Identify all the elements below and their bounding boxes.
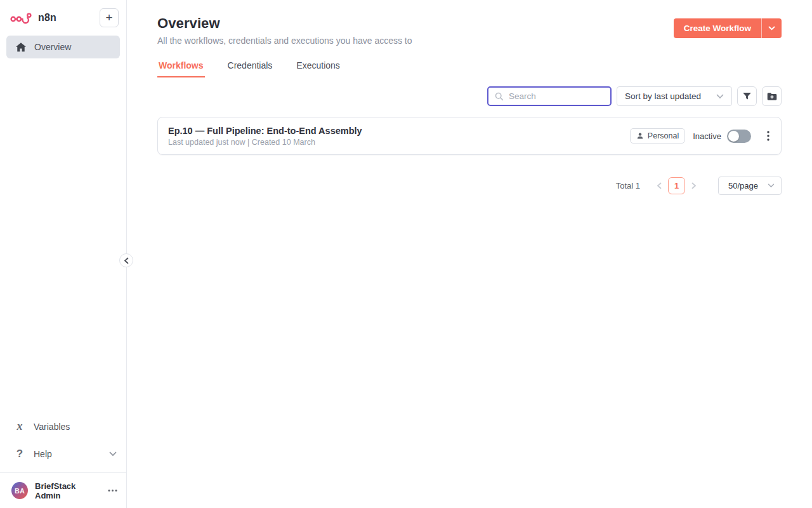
prev-page-button[interactable] xyxy=(652,177,667,194)
ellipsis-icon[interactable] xyxy=(108,489,117,492)
pagination: Total 1 1 50/page xyxy=(157,177,782,195)
create-workflow-split-button: Create Workflow xyxy=(674,18,782,38)
chevron-down-icon xyxy=(768,26,775,30)
page-size-select[interactable]: 50/page xyxy=(718,177,782,195)
next-page-button[interactable] xyxy=(686,177,702,194)
sort-label: Sort by last updated xyxy=(625,91,701,101)
variables-icon: x xyxy=(14,420,25,433)
workflow-card-controls: Personal Inactive xyxy=(630,128,771,144)
workflow-active-toggle[interactable] xyxy=(727,130,751,143)
question-mark-icon: ? xyxy=(14,448,25,460)
list-controls: Sort by last updated xyxy=(157,86,782,106)
user-name: BriefStack Admin xyxy=(35,481,101,500)
sidebar-top: n8n + Overview xyxy=(0,0,126,60)
chevron-left-icon xyxy=(657,182,662,189)
brand-name: n8n xyxy=(38,12,56,23)
sidebar-item-overview[interactable]: Overview xyxy=(6,36,120,58)
tab-workflows[interactable]: Workflows xyxy=(157,60,205,77)
workflow-title: Ep.10 — Full Pipeline: End-to-End Assemb… xyxy=(168,126,362,136)
create-workflow-dropdown-button[interactable] xyxy=(761,18,782,38)
page-title-block: Overview All the workflows, credentials … xyxy=(157,15,412,46)
kebab-menu-icon[interactable] xyxy=(766,130,771,142)
workflow-meta: Last updated just now | Created 10 March xyxy=(168,138,362,147)
variables-label: Variables xyxy=(34,422,70,432)
workflow-card[interactable]: Ep.10 — Full Pipeline: End-to-End Assemb… xyxy=(157,117,782,155)
sidebar-collapse-button[interactable] xyxy=(119,253,133,267)
tabs: Workflows Credentials Executions xyxy=(157,60,782,77)
search-icon xyxy=(495,92,504,101)
filter-funnel-icon xyxy=(742,91,752,101)
chevron-down-icon xyxy=(768,184,775,188)
create-workflow-button[interactable]: Create Workflow xyxy=(674,18,761,38)
plus-icon: + xyxy=(105,11,112,23)
sidebar-item-label: Overview xyxy=(34,42,71,52)
tab-credentials[interactable]: Credentials xyxy=(226,60,274,77)
filter-button[interactable] xyxy=(737,86,757,106)
workflow-status-label: Inactive xyxy=(693,131,721,141)
search-input[interactable] xyxy=(509,91,604,101)
toggle-knob xyxy=(728,131,739,142)
chevron-down-icon xyxy=(716,94,724,99)
sidebar-item-help[interactable]: ? Help xyxy=(0,440,126,467)
new-folder-button[interactable] xyxy=(762,86,782,106)
folder-plus-icon xyxy=(767,92,777,101)
owner-badge: Personal xyxy=(630,128,685,144)
n8n-logo-icon xyxy=(10,9,34,27)
chevron-down-icon xyxy=(109,451,117,457)
workflow-card-info: Ep.10 — Full Pipeline: End-to-End Assemb… xyxy=(168,126,362,147)
page-title: Overview xyxy=(157,15,412,32)
help-label: Help xyxy=(34,449,52,459)
sidebar: n8n + Overview x Variables ? Help xyxy=(0,0,127,508)
page-size-label: 50/page xyxy=(728,181,758,190)
main-content: Overview All the workflows, credentials … xyxy=(127,0,812,508)
owner-badge-label: Personal xyxy=(648,131,679,140)
chevron-left-icon xyxy=(124,257,129,264)
app-window: n8n + Overview x Variables ? Help xyxy=(0,0,812,508)
user-menu[interactable]: BA BriefStack Admin xyxy=(0,472,126,508)
sidebar-footer: x Variables ? Help BA BriefStack Admin xyxy=(0,413,126,508)
search-box xyxy=(487,86,612,106)
home-icon xyxy=(16,43,26,52)
pagination-total: Total 1 xyxy=(616,181,640,190)
logo-row: n8n + xyxy=(0,0,126,34)
chevron-right-icon xyxy=(691,182,697,189)
page-number-button[interactable]: 1 xyxy=(668,177,685,194)
sidebar-item-variables[interactable]: x Variables xyxy=(0,413,126,440)
add-workflow-button[interactable]: + xyxy=(100,8,119,27)
page-header: Overview All the workflows, credentials … xyxy=(157,0,782,46)
avatar: BA xyxy=(11,482,28,499)
page-subtitle: All the workflows, credentials and execu… xyxy=(157,36,412,46)
tab-executions[interactable]: Executions xyxy=(295,60,341,77)
person-icon xyxy=(636,132,644,140)
sort-select[interactable]: Sort by last updated xyxy=(617,86,732,106)
